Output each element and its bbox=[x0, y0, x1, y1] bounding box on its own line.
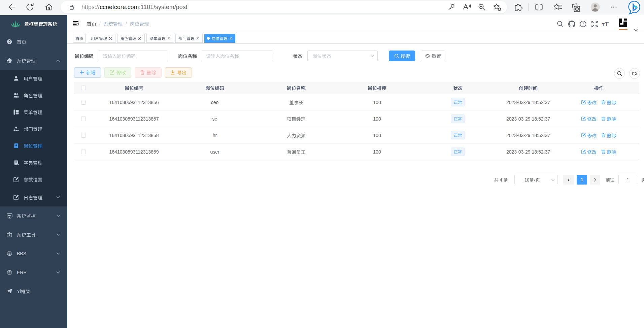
svg-text:?: ? bbox=[582, 22, 584, 26]
svg-text:T: T bbox=[602, 22, 605, 27]
svg-text:T: T bbox=[605, 21, 609, 27]
